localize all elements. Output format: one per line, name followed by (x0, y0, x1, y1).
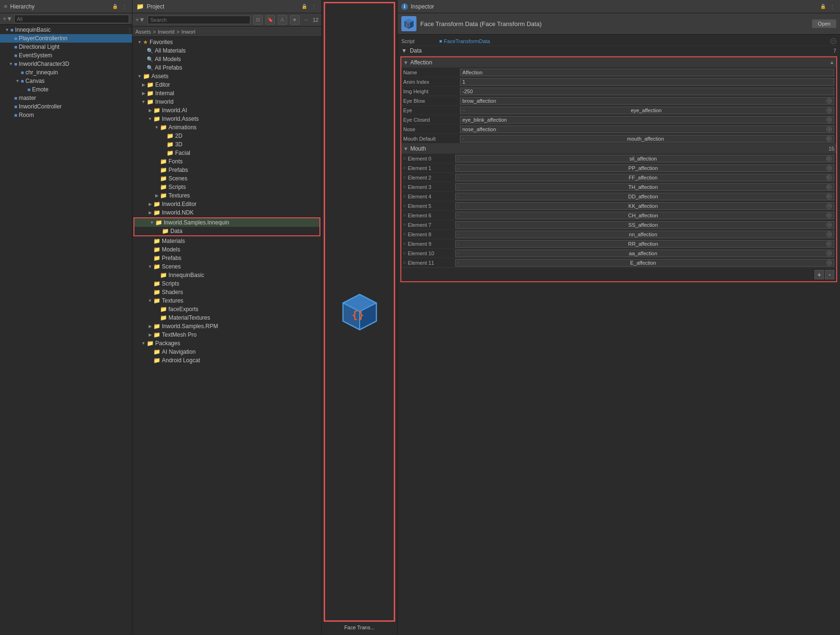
hierarchy-arrow-canvas[interactable] (14, 78, 21, 84)
project-tool3[interactable]: ⚠ (278, 15, 287, 25)
project-arrow-inworldeditor[interactable] (147, 201, 153, 207)
mouth-element-0-circle[interactable]: ◎ (826, 156, 832, 161)
hierarchy-add-icon[interactable]: +▼ (3, 15, 12, 22)
project-tool1[interactable]: ⊡ (253, 15, 263, 25)
mouth-element-0-field[interactable]: · sil_affection ◎ (455, 155, 834, 162)
project-tool4[interactable]: ★ (290, 15, 300, 25)
inspector-affection-scroll-up[interactable]: ▲ (830, 60, 834, 65)
project-fonts[interactable]: 📁 Fonts (133, 157, 321, 166)
hierarchy-more-icon[interactable]: ⋮ (121, 3, 128, 10)
hierarchy-item-master[interactable]: ■ master (0, 94, 132, 102)
inspector-nose-field[interactable]: nose_affection ◎ (460, 125, 834, 133)
project-lock-icon[interactable]: 🔒 (301, 3, 308, 10)
inspector-add-button[interactable]: + (814, 270, 824, 279)
project-arrow-animations[interactable] (153, 124, 160, 131)
project-editor[interactable]: 📁 Editor (133, 80, 321, 89)
project-inworld-samples-innequin[interactable]: 📁 Inworld.Samples.Innequin (134, 218, 319, 227)
project-arrow-scenes[interactable] (147, 263, 153, 270)
hierarchy-item-room[interactable]: ■ Room (0, 111, 132, 119)
project-all-prefabs[interactable]: 🔍 All Prefabs (133, 63, 321, 72)
project-prefabs[interactable]: 📁 Prefabs (133, 254, 321, 262)
inspector-eye-field[interactable]: ·· eye_affection ◎ (460, 107, 834, 114)
project-arrow-internal[interactable] (140, 90, 147, 97)
project-textures-assets[interactable]: 📁 Textures (133, 191, 321, 200)
project-arrow-inworldai[interactable] (147, 107, 153, 114)
project-arrow-assets[interactable] (136, 73, 143, 80)
mouth-element-4-circle[interactable]: ◎ (826, 194, 832, 199)
inspector-name-field[interactable]: Affection (460, 69, 834, 76)
project-scenes[interactable]: 📁 Scenes (133, 262, 321, 271)
project-prefabs-assets[interactable]: 📁 Prefabs (133, 166, 321, 174)
inspector-nose-circle[interactable]: ◎ (826, 126, 832, 132)
mouth-element-9-field[interactable]: · RR_affection ◎ (455, 240, 834, 248)
project-inworld-editor[interactable]: 📁 Inworld.Editor (133, 200, 321, 208)
project-tool5[interactable]: ↔ (302, 16, 310, 24)
project-android-logcat[interactable]: 📁 Android Logcat (133, 356, 321, 365)
mouth-element-1-circle[interactable]: ◎ (826, 165, 832, 171)
inspector-more-icon[interactable]: ⋮ (829, 3, 836, 10)
mouth-element-5-field[interactable]: · KK_affection ◎ (455, 202, 834, 210)
hierarchy-arrow-inworldchar3d[interactable] (8, 61, 14, 67)
project-add-icon[interactable]: +▼ (135, 16, 145, 23)
hierarchy-lock-icon[interactable]: 🔒 (111, 3, 119, 10)
project-arrow-inworldndk[interactable] (147, 209, 153, 216)
hierarchy-more-innequinbasic[interactable]: ⋮ (127, 27, 132, 33)
project-textures[interactable]: 📁 Textures (133, 296, 321, 305)
mouth-element-6-field[interactable]: · CH_affection ◎ (455, 212, 834, 219)
mouth-element-8-field[interactable]: · nn_affection ◎ (455, 231, 834, 238)
mouth-element-2-circle[interactable]: ◎ (826, 175, 832, 180)
project-materialtextures[interactable]: 📁 MaterialTextures (133, 313, 321, 322)
inspector-eyeblow-circle[interactable]: ◎ (826, 98, 832, 104)
mouth-element-10-field[interactable]: · aa_affection ◎ (455, 250, 834, 257)
project-tool2[interactable]: 🔖 (265, 15, 275, 25)
mouth-element-3-circle[interactable]: ◎ (826, 184, 832, 190)
project-scripts[interactable]: 📁 Scripts (133, 279, 321, 288)
project-3d[interactable]: 📁 3D (133, 140, 321, 149)
hierarchy-item-inworldcontroller[interactable]: ■ InworldController (0, 102, 132, 111)
project-inworld[interactable]: 📁 Inworld (133, 98, 321, 106)
project-arrow-editor[interactable] (140, 81, 147, 88)
project-scenes-assets[interactable]: 📁 Scenes (133, 174, 321, 183)
project-shaders[interactable]: 📁 Shaders (133, 288, 321, 296)
project-arrow-inworldsamplesinnequin[interactable] (149, 219, 155, 226)
project-favorites[interactable]: ★ Favorites (133, 38, 321, 46)
project-textmesh[interactable]: 📁 TextMesh Pro (133, 331, 321, 339)
inspector-mouthdefault-field[interactable]: · mouth_affection ◎ (460, 135, 834, 143)
hierarchy-item-playercontroller[interactable]: ■ PlayerControllerInn (0, 34, 132, 43)
project-materials[interactable]: 📁 Materials (133, 237, 321, 245)
hierarchy-item-innequinbasic[interactable]: ■ InnequinBasic ⋮ (0, 26, 132, 34)
inspector-animindex-field[interactable]: 1 (460, 78, 834, 86)
inspector-eyeclosed-circle[interactable]: ◎ (826, 117, 832, 123)
project-arrow-inworld[interactable] (140, 98, 147, 105)
mouth-element-2-field[interactable]: · FF_affection ◎ (455, 174, 834, 181)
project-search-input[interactable] (148, 16, 250, 24)
inspector-eye-circle[interactable]: ◎ (826, 107, 832, 113)
mouth-element-11-field[interactable]: · E_affection ◎ (455, 259, 834, 267)
hierarchy-item-emote[interactable]: ■ Emote (0, 85, 132, 94)
project-innequinbasic-scene[interactable]: 📁 InnequinBasic (133, 271, 321, 279)
mouth-element-1-field[interactable]: · PP_affection ◎ (455, 164, 834, 172)
inspector-eyeblow-field[interactable]: brow_affection ◎ (460, 97, 834, 105)
project-arrow-textures-assets[interactable] (153, 192, 160, 199)
project-data[interactable]: 📁 Data (134, 227, 319, 235)
project-inworld-samples-rpm[interactable]: 📁 Inworld.Samples.RPM (133, 322, 321, 331)
mouth-element-7-circle[interactable]: ◎ (826, 222, 832, 228)
hierarchy-item-inworldchar3d[interactable]: ■ InworldCharacter3D (0, 60, 132, 68)
project-ai-navigation[interactable]: 📁 AI Navigation (133, 348, 321, 356)
project-arrow-inworldsamplesrpm[interactable] (147, 323, 153, 330)
hierarchy-item-chrinnequin[interactable]: ■ chr_innequin (0, 68, 132, 77)
project-arrow-favorites[interactable] (136, 39, 143, 45)
inspector-imgheight-field[interactable]: -250 (460, 88, 834, 95)
mouth-element-10-circle[interactable]: ◎ (826, 250, 832, 256)
project-arrow-packages[interactable] (140, 340, 147, 347)
inspector-mouthdefault-circle[interactable]: ◎ (826, 136, 832, 142)
inspector-affection-header[interactable]: ▼ Affection ▲ (401, 57, 836, 68)
project-all-models[interactable]: 🔍 All Models (133, 55, 321, 63)
hierarchy-search-input[interactable] (14, 15, 129, 23)
mouth-element-9-circle[interactable]: ◎ (826, 241, 832, 247)
mouth-element-5-circle[interactable]: ◎ (826, 203, 832, 209)
project-animations[interactable]: 📁 Animations (133, 123, 321, 132)
project-2d[interactable]: 📁 2D (133, 132, 321, 140)
mouth-element-3-field[interactable]: · TH_affection ◎ (455, 183, 834, 191)
inspector-script-circle[interactable]: ○ (831, 38, 836, 44)
